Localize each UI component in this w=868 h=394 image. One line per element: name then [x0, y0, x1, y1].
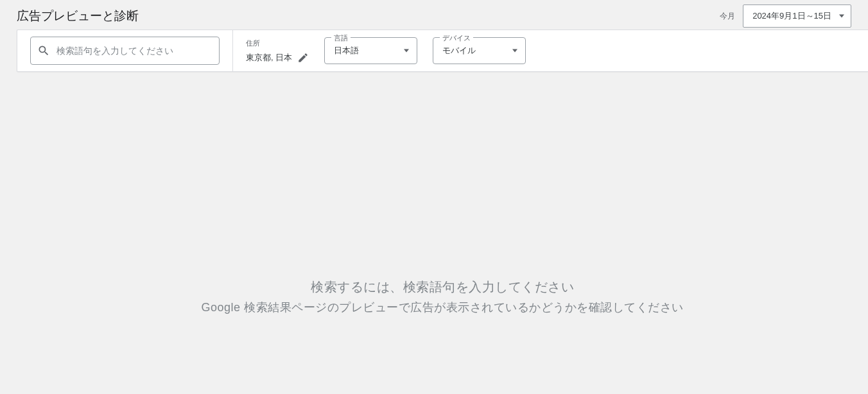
location-row: 東京都, 日本 [246, 52, 309, 64]
language-label: 言語 [331, 33, 351, 43]
empty-state-subtitle: Google 検索結果ページのプレビューで広告が表示されているかどうかを確認して… [17, 300, 868, 315]
date-range-selector[interactable]: 2024年9月1日～15日 [743, 4, 851, 28]
empty-state-title: 検索するには、検索語句を入力してください [17, 278, 868, 296]
language-value: 日本語 [334, 45, 359, 56]
chevron-down-icon [404, 49, 409, 53]
date-range-value: 2024年9月1日～15日 [752, 10, 831, 22]
chevron-down-icon [512, 49, 517, 53]
device-value: モバイル [442, 45, 476, 56]
search-input[interactable] [56, 46, 213, 56]
location-label: 住所 [246, 39, 309, 48]
location-value: 東京都, 日本 [246, 52, 292, 64]
language-select[interactable]: 言語 日本語 [324, 37, 417, 64]
page-title: 広告プレビューと診断 [17, 8, 139, 24]
device-label: デバイス [440, 33, 473, 43]
search-section [17, 30, 233, 71]
date-period-label: 今月 [720, 11, 735, 22]
pencil-icon[interactable] [297, 52, 309, 64]
location-group: 住所 東京都, 日本 [246, 39, 309, 64]
date-area: 今月 2024年9月1日～15日 [720, 4, 851, 28]
search-icon [37, 44, 50, 57]
controls-section: 住所 東京都, 日本 言語 日本語 デバイス モバイル [233, 37, 539, 64]
page-header: 広告プレビューと診断 今月 2024年9月1日～15日 [0, 0, 868, 30]
empty-state: 検索するには、検索語句を入力してください Google 検索結果ページのプレビュ… [0, 278, 868, 315]
filter-bar: 住所 東京都, 日本 言語 日本語 デバイス モバイル [17, 30, 868, 72]
chevron-down-icon [839, 15, 844, 18]
search-box[interactable] [30, 37, 220, 65]
device-select[interactable]: デバイス モバイル [433, 37, 526, 64]
